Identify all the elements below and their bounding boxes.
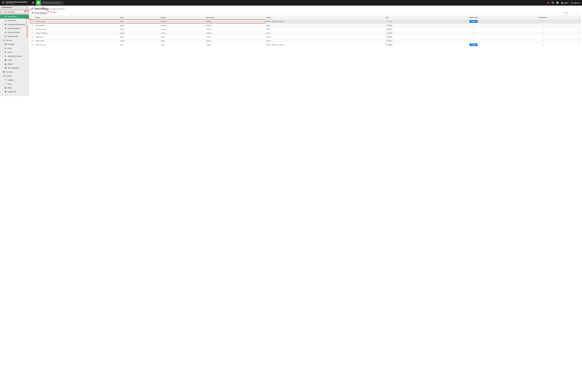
- svg-rect-29: [5, 92, 6, 92]
- sidebar-item-routing[interactable]: Routing Rules: [0, 34, 29, 38]
- cell-health: Analyze: [439, 43, 509, 47]
- column-header[interactable]: Blob Store: [205, 16, 265, 20]
- column-header[interactable]: Name↑: [34, 16, 119, 20]
- sidebar-item-ssl[interactable]: SSL Certificates: [0, 66, 29, 70]
- sidebar-item-contentselectors[interactable]: Content Selectors: [0, 26, 29, 30]
- table-row[interactable]: nuget-groupgroupnugetdefaultOnlinecopy›: [30, 35, 581, 39]
- copy-url-button[interactable]: copy: [386, 44, 393, 46]
- sidebar-item-repositories[interactable]: Repositories: [0, 14, 29, 18]
- sidebar-group-repository[interactable]: ▼Repository: [0, 10, 28, 14]
- create-repository-button[interactable]: Create repository: [31, 11, 48, 15]
- sidebar-item-privileges[interactable]: Privileges: [0, 42, 29, 46]
- alert-button[interactable]: [546, 1, 550, 5]
- table-row[interactable]: maven-releaseshostedmaven2defaultOnlinec…: [30, 27, 581, 31]
- cell-type: hosted: [119, 39, 160, 43]
- layers-icon: [4, 28, 6, 29]
- hdd-icon: [4, 20, 6, 22]
- global-search[interactable]: [41, 1, 63, 4]
- sidebar-item-realms[interactable]: Realms: [0, 62, 29, 66]
- table-row[interactable]: nuget-hostedhostednugetdefaultOnlinecopy…: [30, 39, 581, 43]
- sidebar-item-cleanup[interactable]: Cleanup Policies: [0, 30, 29, 34]
- table-row[interactable]: maven-snapshotshostedmaven2defaultOnline…: [30, 31, 581, 35]
- copy-url-button[interactable]: copy: [386, 36, 393, 38]
- analyze-button[interactable]: Analyze: [470, 44, 478, 46]
- copy-label: copy: [389, 24, 391, 26]
- cell-firewall: [509, 20, 578, 24]
- row-expand[interactable]: ›: [578, 39, 581, 43]
- table-row[interactable]: nuget.org-proxyproxynugetdefaultOnline -…: [30, 43, 581, 47]
- copy-url-button[interactable]: copy: [386, 24, 393, 26]
- row-expand[interactable]: ›: [578, 27, 581, 31]
- cell-url: copy: [385, 31, 439, 35]
- filter-box[interactable]: [562, 12, 580, 14]
- eye-icon: [3, 39, 5, 41]
- column-header[interactable]: Status: [265, 16, 385, 20]
- sidebar-item-blobstores[interactable]: Blob Stores: [0, 18, 29, 22]
- disabled-icon: [473, 40, 474, 42]
- svg-rect-9: [5, 20, 6, 21]
- copy-url-button[interactable]: copy: [386, 20, 393, 22]
- sidebar-item-zip[interactable]: Support ZIP: [0, 90, 29, 94]
- disabled-icon: [473, 36, 474, 38]
- table-row[interactable]: maven-publicgroupmaven2defaultOnlinecopy…: [30, 24, 581, 27]
- sidebar-group-support[interactable]: ▼Support: [0, 74, 29, 78]
- row-expand[interactable]: ›: [578, 35, 581, 39]
- row-expand[interactable]: ›: [578, 20, 581, 24]
- product-version: OSS 3.72.0-04: [6, 3, 27, 4]
- repo-type-icon: [30, 35, 34, 39]
- cell-type: proxy: [119, 43, 160, 47]
- cell-format: maven2: [160, 31, 205, 35]
- product-logo-icon: [2, 1, 5, 5]
- cell-name: nuget-hosted: [34, 39, 119, 43]
- svg-rect-16: [5, 37, 6, 37]
- refresh-button[interactable]: [551, 1, 555, 5]
- cell-url: copy: [385, 43, 439, 47]
- cell-blobstore: default: [205, 27, 265, 31]
- column-header[interactable]: URL: [385, 16, 439, 20]
- column-header[interactable]: Health check: [439, 16, 509, 20]
- sidebar-group-iq[interactable]: IQ Server: [0, 70, 29, 74]
- cell-format: nuget: [160, 35, 205, 39]
- sidebar-item-logs[interactable]: Logs: [0, 82, 29, 86]
- sidebar-item-label: LDAP: [8, 59, 12, 61]
- signout-button[interactable]: Sign out: [570, 2, 581, 4]
- sidebar-item-users[interactable]: Users: [0, 50, 29, 54]
- copy-url-button[interactable]: copy: [386, 28, 393, 30]
- filter-input[interactable]: [565, 12, 579, 14]
- sidebar-item-anon[interactable]: Anonymous Access: [0, 54, 29, 58]
- column-header[interactable]: Format: [160, 16, 205, 20]
- sidebar-item-logging[interactable]: Logging: [0, 78, 29, 82]
- column-header[interactable]: Firewall Re...: [509, 16, 578, 20]
- nav-browse-button[interactable]: [31, 0, 35, 5]
- sidebar-group-security[interactable]: ▼Security: [0, 38, 29, 42]
- briefcase-icon: [4, 87, 6, 89]
- copy-url-button[interactable]: copy: [386, 32, 393, 34]
- chevron-right-icon: ›: [579, 44, 580, 46]
- sidebar-item-label: Realms: [8, 63, 13, 65]
- sidebar-item-roles[interactable]: Roles: [0, 46, 29, 50]
- row-expand[interactable]: ›: [578, 31, 581, 35]
- help-button[interactable]: ?: [556, 1, 560, 5]
- cell-status: Online - Ready to Connect: [265, 20, 385, 24]
- disabled-icon: [542, 28, 544, 30]
- sidebar-item-proprietary[interactable]: Proprietary Repositories: [0, 22, 29, 26]
- user-menu[interactable]: admin: [560, 2, 569, 4]
- cell-name: nuget-group: [34, 35, 119, 39]
- sidebar-item-ldap[interactable]: LDAP: [0, 58, 29, 62]
- disabled-icon: [542, 24, 544, 26]
- chevron-right-icon: ›: [579, 20, 580, 22]
- sidebar-item-label: Users: [8, 51, 12, 53]
- global-search-input[interactable]: [46, 2, 62, 4]
- column-header[interactable]: Type: [119, 16, 160, 20]
- row-expand[interactable]: ›: [578, 43, 581, 47]
- repo-type-icon: [30, 24, 34, 27]
- table-row[interactable]: maven-centralproxymaven2defaultOnline - …: [30, 20, 581, 24]
- sidebar-item-status[interactable]: Status: [0, 86, 29, 90]
- sidebar-item-label: Logging: [8, 79, 13, 81]
- row-expand[interactable]: ›: [578, 24, 581, 27]
- copy-url-button[interactable]: copy: [386, 40, 393, 42]
- svg-point-20: [5, 52, 5, 52]
- nav-admin-button[interactable]: [36, 0, 41, 5]
- svg-rect-49: [387, 32, 388, 34]
- analyze-button[interactable]: Analyze: [470, 20, 478, 23]
